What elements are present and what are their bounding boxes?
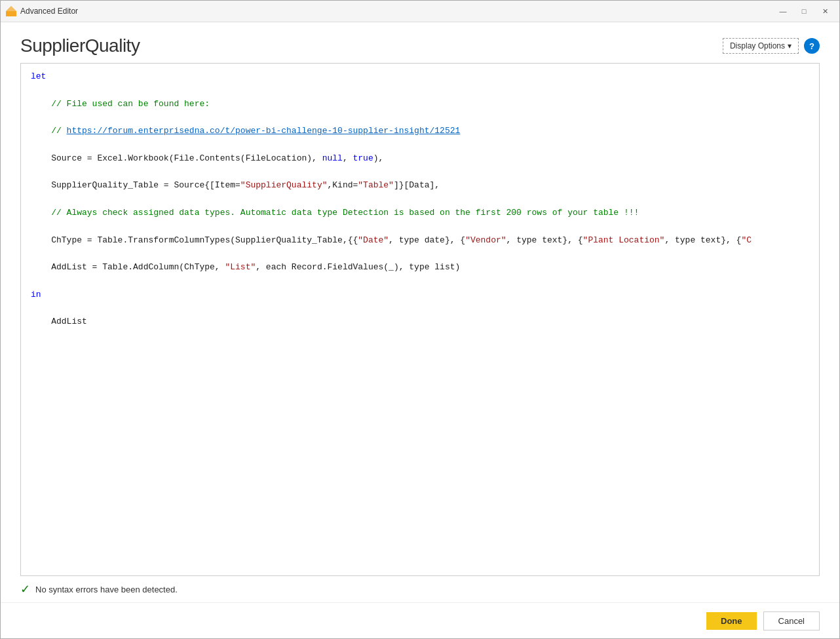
content-area: SupplierQuality Display Options ▾ ? let … xyxy=(1,22,839,638)
code-editor[interactable]: let // File used can be found here: // h… xyxy=(21,64,819,575)
help-button[interactable]: ? xyxy=(804,38,820,54)
status-message: No syntax errors have been detected. xyxy=(35,585,178,594)
done-button[interactable]: Done xyxy=(706,612,757,630)
svg-rect-0 xyxy=(6,11,16,16)
app-icon xyxy=(6,6,16,16)
footer-buttons: Done Cancel xyxy=(1,602,839,638)
maximize-button[interactable]: □ xyxy=(795,5,813,18)
editor-container: let // File used can be found here: // h… xyxy=(20,63,820,576)
display-options-button[interactable]: Display Options ▾ xyxy=(723,38,799,54)
status-check-icon: ✓ xyxy=(20,582,30,596)
window-controls: — □ ✕ xyxy=(774,5,834,18)
close-button[interactable]: ✕ xyxy=(816,5,834,18)
status-bar: ✓ No syntax errors have been detected. xyxy=(1,576,839,602)
svg-marker-1 xyxy=(6,6,16,11)
cancel-button[interactable]: Cancel xyxy=(763,611,820,630)
query-title: SupplierQuality xyxy=(20,35,140,56)
header-row: SupplierQuality Display Options ▾ ? xyxy=(1,22,839,63)
window-title: Advanced Editor xyxy=(20,7,774,16)
advanced-editor-window: Advanced Editor — □ ✕ SupplierQuality Di… xyxy=(0,0,840,639)
minimize-button[interactable]: — xyxy=(774,5,792,18)
header-right: Display Options ▾ ? xyxy=(723,38,820,54)
title-bar: Advanced Editor — □ ✕ xyxy=(1,1,839,22)
